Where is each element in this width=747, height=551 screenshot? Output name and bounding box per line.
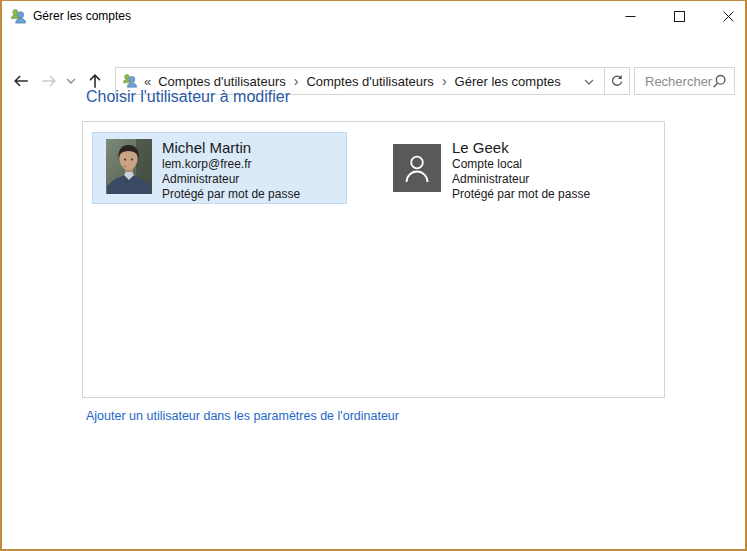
- breadcrumb-item-2[interactable]: Comptes d'utilisateurs: [306, 74, 433, 89]
- manage-accounts-window: Gérer les comptes: [0, 0, 747, 551]
- search-box: [634, 67, 735, 95]
- user-password-status: Protégé par mot de passe: [162, 187, 300, 202]
- user-email: lem.korp@free.fr: [162, 157, 300, 172]
- chevron-right-icon[interactable]: ›: [442, 74, 447, 88]
- forward-button[interactable]: [40, 72, 58, 90]
- search-icon[interactable]: [712, 74, 727, 89]
- user-password-status: Protégé par mot de passe: [452, 187, 590, 202]
- user-tile-le-geek[interactable]: Le Geek Compte local Administrateur Prot…: [379, 132, 634, 204]
- breadcrumb-item-1[interactable]: Comptes d'utilisateurs: [158, 74, 285, 89]
- close-button[interactable]: [711, 1, 745, 32]
- user-accounts-icon: [10, 8, 27, 25]
- user-photo-avatar: [106, 139, 152, 194]
- user-role: Administrateur: [452, 172, 590, 187]
- generic-user-avatar-icon: [393, 144, 441, 192]
- user-name: Michel Martin: [162, 138, 300, 157]
- titlebar: Gérer les comptes: [2, 1, 745, 32]
- search-input[interactable]: [635, 68, 721, 94]
- chevron-right-icon[interactable]: ›: [294, 74, 299, 88]
- breadcrumb-item-3[interactable]: Gérer les comptes: [455, 74, 561, 89]
- recent-pages-chevron-icon[interactable]: [65, 77, 77, 85]
- add-user-link[interactable]: Ajouter un utilisateur dans les paramètr…: [86, 409, 399, 423]
- back-button[interactable]: [12, 72, 30, 90]
- user-list-panel: Michel Martin lem.korp@free.fr Administr…: [82, 121, 665, 398]
- navigation-bar: « Comptes d'utilisateurs › Comptes d'uti…: [2, 33, 745, 63]
- user-role: Administrateur: [162, 172, 300, 187]
- address-user-accounts-icon[interactable]: [122, 73, 138, 89]
- window-title: Gérer les comptes: [33, 1, 131, 32]
- user-name: Le Geek: [452, 138, 590, 157]
- refresh-icon: [610, 74, 624, 88]
- page-title: Choisir l'utilisateur à modifier: [86, 88, 290, 106]
- refresh-button[interactable]: [605, 67, 630, 95]
- maximize-button[interactable]: [662, 1, 696, 32]
- minimize-button[interactable]: [613, 1, 647, 32]
- address-dropdown-chevron-icon[interactable]: [584, 79, 596, 87]
- user-account-type: Compte local: [452, 157, 590, 172]
- breadcrumb-overflow-icon[interactable]: «: [144, 74, 151, 89]
- user-tile-michel-martin[interactable]: Michel Martin lem.korp@free.fr Administr…: [92, 132, 347, 204]
